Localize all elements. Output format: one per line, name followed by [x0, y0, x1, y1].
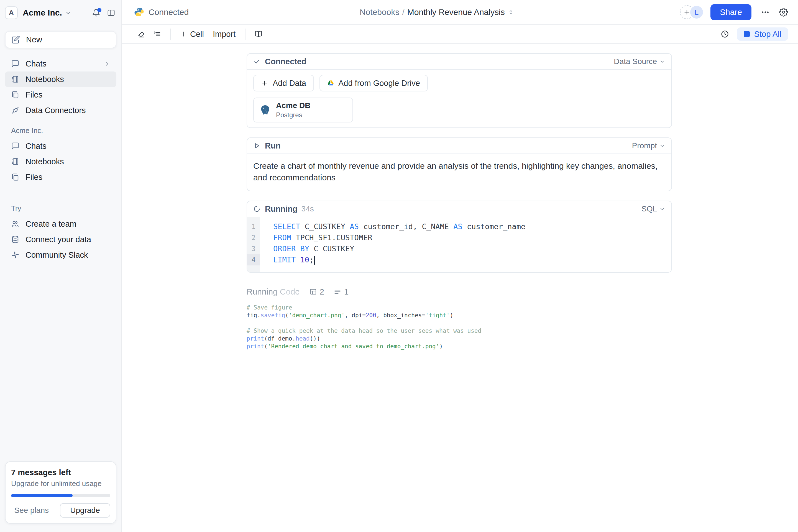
see-plans-button[interactable]: See plans — [14, 506, 49, 515]
notebook-toolbar: Cell Import Stop All — [122, 25, 798, 44]
sidebar-item-data-connectors[interactable]: Data Connectors — [5, 102, 116, 118]
breadcrumb-section[interactable]: Notebooks — [360, 7, 399, 17]
top-bar: Connected Notebooks / Monthly Revenue An… — [122, 0, 798, 25]
plug-icon — [11, 106, 19, 114]
cell-type-label: Data Source — [614, 57, 657, 66]
play-icon[interactable] — [253, 142, 261, 149]
eraser-icon[interactable] — [133, 30, 149, 38]
history-clock-icon[interactable] — [720, 30, 729, 39]
cell-type-dropdown[interactable]: Data Source — [614, 57, 665, 66]
sidebar-nav-try: Create a team Connect your data Communit… — [5, 216, 116, 263]
plus-icon — [180, 31, 187, 38]
sidebar-item-chats[interactable]: Chats — [5, 56, 116, 72]
add-cell-button[interactable]: Cell — [176, 30, 208, 39]
connection-name: Acme DB — [276, 101, 310, 110]
notebook-icon — [11, 157, 19, 166]
sidebar-item-label: Connect your data — [25, 235, 91, 244]
sql-code-line[interactable]: 1SELECT C_CUSTKEY AS customer_id, C_NAME… — [247, 221, 671, 232]
share-button[interactable]: Share — [710, 4, 752, 20]
chevrons-up-down-icon[interactable] — [508, 9, 514, 16]
sidebar-item-team-chats[interactable]: Chats — [5, 138, 116, 154]
notebook-canvas: Connected Data Source Add Data — [122, 44, 798, 532]
sidebar-item-create-team[interactable]: Create a team — [5, 216, 116, 232]
workspace-name[interactable]: Acme Inc. — [23, 8, 62, 17]
cell-type-dropdown[interactable]: Prompt — [632, 141, 665, 150]
prompt-editor[interactable]: Create a chart of monthly revenue and pr… — [247, 154, 671, 191]
line-number: 3 — [247, 243, 260, 254]
outline-list-icon[interactable] — [149, 30, 165, 38]
chevron-down-icon[interactable] — [65, 10, 72, 16]
python-code-line — [247, 319, 798, 327]
add-data-button[interactable]: Add Data — [253, 75, 314, 92]
python-code-line: # Save figure — [247, 304, 798, 311]
sql-code-line[interactable]: 3ORDER BY C_CUSTKEY — [247, 243, 671, 254]
kernel-status[interactable]: Connected — [134, 7, 189, 17]
add-cell-label: Cell — [190, 30, 204, 39]
sidebar-item-label: Chats — [25, 141, 46, 151]
stop-all-label: Stop All — [754, 30, 781, 39]
sidebar-item-label: Files — [25, 173, 42, 182]
sql-code-line[interactable]: 4LIMIT 10; — [247, 254, 671, 265]
sidebar-item-connect-data[interactable]: Connect your data — [5, 232, 116, 247]
chevron-down-icon — [659, 58, 665, 64]
section-label-team: Acme Inc. — [11, 126, 116, 135]
files-icon — [11, 173, 19, 181]
new-button[interactable]: New — [5, 31, 116, 48]
sidebar-item-notebooks[interactable]: Notebooks — [5, 72, 116, 87]
kernel-status-label: Connected — [149, 7, 189, 17]
settings-gear-icon[interactable] — [779, 8, 788, 17]
stop-all-button[interactable]: Stop All — [737, 27, 788, 41]
output-block: Running Code 2 1 # Save figurefig.savefi… — [247, 287, 798, 350]
connection-card[interactable]: Acme DB Postgres — [253, 97, 353, 122]
compose-icon — [12, 36, 20, 44]
cell-type-label: SQL — [642, 205, 657, 213]
breadcrumb: Notebooks / Monthly Revenue Analysis — [360, 0, 514, 24]
check-icon — [253, 58, 261, 65]
sql-editor[interactable]: 1SELECT C_CUSTKEY AS customer_id, C_NAME… — [247, 217, 671, 272]
usage-progress-fill — [11, 494, 73, 497]
sidebar-item-files[interactable]: Files — [5, 87, 116, 102]
chat-bubble-icon — [11, 60, 19, 68]
table-count-value: 2 — [320, 287, 324, 297]
page-title[interactable]: Monthly Revenue Analysis — [407, 7, 505, 17]
usage-subtitle: Upgrade for unlimited usage — [11, 479, 110, 488]
workspace-row: A Acme Inc. — [5, 5, 116, 20]
python-code-line: print('Rendered demo chart and saved to … — [247, 342, 798, 350]
sidebar-toggle-icon[interactable] — [106, 7, 116, 18]
sidebar-item-label: Notebooks — [25, 157, 64, 166]
add-drive-label: Add from Google Drive — [338, 79, 420, 88]
cell-status: Running — [265, 205, 298, 214]
people-icon — [11, 220, 19, 228]
sidebar-item-label: Chats — [25, 59, 46, 69]
upgrade-button[interactable]: Upgrade — [60, 503, 110, 518]
import-button[interactable]: Import — [208, 30, 240, 39]
notifications-bell-icon[interactable] — [91, 7, 101, 18]
python-code-line: # Show a quick peek at the data head so … — [247, 327, 798, 335]
sql-code-line[interactable]: 2FROM TPCH_SF1.CUSTOMER — [247, 232, 671, 243]
sidebar-item-community-slack[interactable]: Community Slack — [5, 247, 116, 263]
sidebar-item-team-notebooks[interactable]: Notebooks — [5, 154, 116, 169]
add-from-drive-button[interactable]: Add from Google Drive — [320, 75, 428, 92]
sidebar-item-team-files[interactable]: Files — [5, 169, 116, 185]
cell-action: Run — [265, 141, 280, 150]
cell-type-dropdown[interactable]: SQL — [642, 205, 665, 213]
breadcrumb-separator: / — [402, 7, 404, 17]
sidebar-item-label: Create a team — [25, 220, 76, 229]
sidebar: A Acme Inc. New — [0, 0, 122, 532]
reader-view-icon[interactable] — [250, 30, 267, 38]
elapsed-time: 34s — [302, 205, 314, 213]
text-count-value: 1 — [344, 287, 348, 297]
more-menu-icon[interactable] — [761, 8, 770, 17]
notification-dot — [97, 8, 101, 12]
database-icon — [11, 235, 19, 244]
workspace-avatar[interactable]: A — [5, 6, 18, 19]
sidebar-nav-team: Chats Notebooks Files — [5, 138, 116, 185]
notebook-icon — [11, 75, 19, 83]
avatar[interactable]: L — [689, 5, 704, 19]
sidebar-item-label: Data Connectors — [25, 106, 86, 115]
postgres-icon — [259, 104, 271, 116]
plus-icon — [261, 79, 268, 87]
python-code-line: print(df_demo.head()) — [247, 335, 798, 342]
chevron-right-icon[interactable] — [103, 60, 110, 67]
new-button-label: New — [26, 35, 42, 44]
